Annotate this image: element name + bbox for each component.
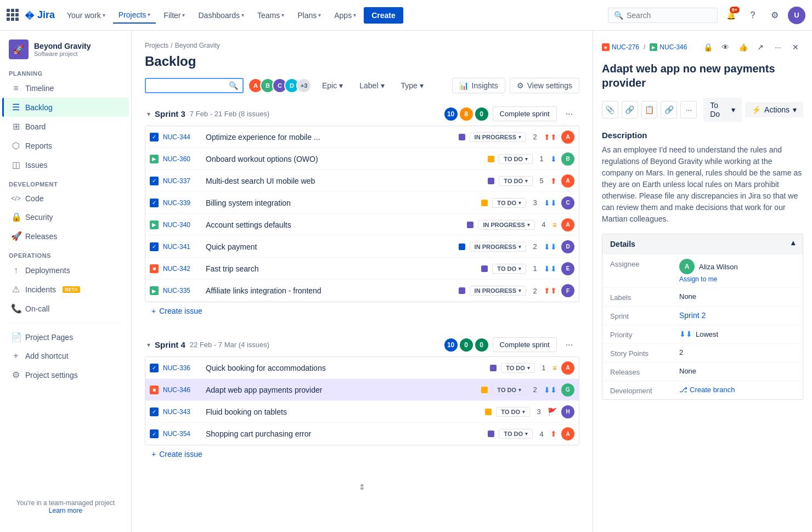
issue-row-NUC-346[interactable]: ■ NUC-346 Adapt web app payments provide…	[145, 379, 579, 401]
sidebar-item-project-settings[interactable]: ⚙ Project settings	[2, 365, 129, 384]
status-badge[interactable]: TO DO ▾	[492, 385, 526, 395]
detail-actions-btn[interactable]: ⚡ Actions ▾	[745, 102, 803, 117]
issue-row-NUC-335[interactable]: ▶ NUC-335 Affiliate links integration - …	[145, 280, 579, 302]
status-badge[interactable]: IN PROGRESS ▾	[470, 132, 526, 142]
sidebar-item-security[interactable]: 🔒 Security	[2, 207, 129, 227]
issue-key[interactable]: NUC-360	[163, 155, 201, 163]
epic-filter-btn[interactable]: Epic ▾	[316, 78, 349, 93]
sidebar-item-deployments[interactable]: ↑ Deployments	[2, 261, 129, 280]
issue-key[interactable]: NUC-339	[163, 199, 201, 207]
status-badge[interactable]: IN PROGRESS ▾	[478, 220, 534, 230]
nav-your-work[interactable]: Your work ▾	[61, 8, 111, 23]
nav-dashboards[interactable]: Dashboards ▾	[193, 8, 250, 23]
issue-row-NUC-337[interactable]: ✓ NUC-337 Multi-dest search UI mobile we…	[145, 170, 579, 192]
label-filter-btn[interactable]: Label ▾	[353, 78, 390, 93]
issue-row-NUC-360[interactable]: ▶ NUC-360 Onboard workout options (OWO) …	[145, 148, 579, 170]
avatar-count[interactable]: +3	[296, 78, 312, 93]
insights-button[interactable]: 📊 Insights	[452, 78, 505, 93]
sidebar-item-on-call[interactable]: 📞 On-call	[2, 299, 129, 318]
type-filter-btn[interactable]: Type ▾	[395, 78, 430, 93]
detail-like-btn[interactable]: 👍	[735, 39, 751, 55]
sprint-4-menu-btn[interactable]: ···	[561, 338, 577, 352]
create-button[interactable]: Create	[364, 7, 403, 24]
detail-link-btn[interactable]: 🔗	[622, 101, 638, 118]
breadcrumb-projects[interactable]: Projects	[145, 42, 168, 49]
assign-me-link[interactable]: Assign to me	[679, 275, 738, 283]
issue-key[interactable]: NUC-341	[163, 243, 201, 251]
detail-attach-btn[interactable]: 📎	[602, 101, 618, 118]
help-button[interactable]: ?	[744, 7, 762, 24]
detail-nuc346-link[interactable]: ▶ NUC-346	[650, 43, 687, 51]
issue-row-NUC-343[interactable]: ✓ NUC-343 Fluid booking on tablets TO DO…	[145, 401, 579, 423]
resize-handle[interactable]: ⇕	[145, 476, 579, 498]
detail-meta-header[interactable]: Details ▾	[602, 234, 803, 254]
issue-key[interactable]: NUC-335	[163, 287, 201, 295]
learn-more-link[interactable]: Learn more	[49, 507, 82, 514]
status-badge[interactable]: IN PROGRESS ▾	[470, 286, 526, 296]
create-branch-link[interactable]: ⎇ Create branch	[679, 386, 735, 394]
nav-apps[interactable]: Apps ▾	[329, 8, 362, 23]
issue-row-NUC-342[interactable]: ■ NUC-342 Fast trip search TO DO ▾ 1 ⬇⬇ …	[145, 258, 579, 280]
issue-row-NUC-339[interactable]: ✓ NUC-339 Billing system integration TO …	[145, 192, 579, 214]
status-badge[interactable]: TO DO ▾	[499, 429, 533, 439]
detail-external-link-btn[interactable]: 🔗	[661, 101, 677, 118]
issue-key[interactable]: NUC-336	[163, 364, 201, 372]
sidebar-item-reports[interactable]: ⬡ Reports	[2, 136, 129, 155]
search-box[interactable]: 🔍	[608, 8, 718, 23]
sidebar-item-releases[interactable]: 🚀 Releases	[2, 227, 129, 246]
sprint-3-create-issue[interactable]: + Create issue	[145, 302, 579, 320]
nav-teams[interactable]: Teams ▾	[252, 8, 290, 23]
detail-lock-btn[interactable]: 🔒	[700, 39, 715, 55]
issue-row-NUC-341[interactable]: ✓ NUC-341 Quick payment IN PROGRESS ▾ 2 …	[145, 236, 579, 258]
sidebar-item-backlog[interactable]: ☰ Backlog	[2, 98, 129, 117]
breadcrumb-project-name[interactable]: Beyond Gravity	[175, 42, 220, 49]
detail-template-btn[interactable]: 📋	[641, 101, 658, 118]
sidebar-item-timeline[interactable]: ≡ Timeline	[2, 79, 129, 98]
status-badge[interactable]: TO DO ▾	[492, 264, 526, 274]
issue-key[interactable]: NUC-342	[163, 265, 201, 273]
sidebar-item-board[interactable]: ⊞ Board	[2, 117, 129, 136]
notifications-button[interactable]: 🔔 9+	[722, 7, 740, 24]
sprint-3-menu-btn[interactable]: ···	[561, 107, 577, 121]
nav-projects[interactable]: Projects ▾	[113, 7, 156, 24]
issue-key[interactable]: NUC-344	[163, 133, 201, 141]
issue-key[interactable]: NUC-337	[163, 177, 201, 185]
backlog-search-input[interactable]	[150, 81, 225, 90]
issue-key[interactable]: NUC-343	[163, 408, 201, 416]
sidebar-item-add-shortcut[interactable]: + Add shortcut	[2, 347, 129, 365]
nav-plans[interactable]: Plans ▾	[292, 8, 326, 23]
status-badge[interactable]: TO DO ▾	[499, 176, 533, 186]
issue-row-NUC-354[interactable]: ✓ NUC-354 Shopping cart purchasing error…	[145, 423, 579, 445]
status-badge[interactable]: TO DO ▾	[501, 363, 535, 373]
search-input[interactable]	[627, 11, 712, 20]
settings-button[interactable]: ⚙	[766, 7, 783, 24]
detail-nuc276-link[interactable]: ■ NUC-276	[602, 43, 639, 51]
view-settings-button[interactable]: ⚙ View settings	[510, 78, 579, 93]
issue-row-NUC-340[interactable]: ▶ NUC-340 Account settings defaults IN P…	[145, 214, 579, 236]
detail-todo-btn[interactable]: To Do ▾	[703, 98, 742, 122]
detail-share-btn[interactable]: ↗	[753, 39, 768, 55]
sidebar-item-incidents[interactable]: ⚠ Incidents BETA	[2, 280, 129, 299]
status-badge[interactable]: TO DO ▾	[496, 407, 530, 417]
issue-key[interactable]: NUC-354	[163, 430, 201, 438]
sidebar-item-project-pages[interactable]: 📄 Project Pages	[2, 327, 129, 347]
detail-sprint-link[interactable]: Sprint 2	[679, 311, 706, 320]
sidebar-item-issues[interactable]: ◫ Issues	[2, 155, 129, 174]
sprint-3-complete-btn[interactable]: Complete sprint	[493, 106, 557, 121]
issue-key[interactable]: NUC-346	[163, 386, 201, 394]
status-badge[interactable]: TO DO ▾	[499, 154, 533, 164]
issue-row-NUC-344[interactable]: ✓ NUC-344 Optimize experience for mobile…	[145, 126, 579, 148]
status-badge[interactable]: TO DO ▾	[492, 198, 526, 208]
sprint-4-create-issue[interactable]: + Create issue	[145, 445, 579, 463]
sprint-3-header[interactable]: ▾ Sprint 3 7 Feb - 21 Feb (8 issues) 10 …	[145, 102, 579, 126]
grid-menu-icon[interactable]	[7, 9, 20, 22]
sprint-4-complete-btn[interactable]: Complete sprint	[493, 337, 557, 352]
nav-filter[interactable]: Filter ▾	[158, 8, 190, 23]
detail-watch-btn[interactable]: 👁	[718, 39, 733, 55]
detail-more-btn[interactable]: ···	[770, 39, 786, 55]
detail-close-btn[interactable]: ✕	[788, 39, 803, 55]
jira-logo[interactable]: Jira	[24, 9, 55, 21]
sprint-4-header[interactable]: ▾ Sprint 4 22 Feb - 7 Mar (4 issues) 10 …	[145, 333, 579, 356]
issue-key[interactable]: NUC-340	[163, 221, 201, 229]
issue-row-NUC-336[interactable]: ✓ NUC-336 Quick booking for accommodatio…	[145, 357, 579, 379]
